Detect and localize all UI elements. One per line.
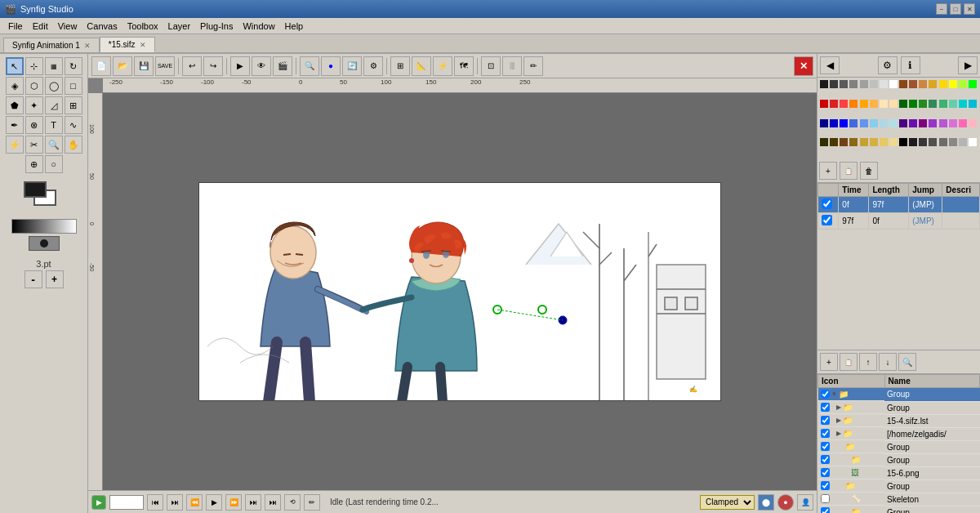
palette-color-2[interactable] — [840, 80, 848, 88]
tool-spline[interactable]: ∿ — [65, 116, 82, 134]
onion-skin-button[interactable]: ⚡ — [433, 56, 452, 76]
keyframe-row-1[interactable]: 97f 0f (JMP) — [818, 213, 980, 230]
tool-star[interactable]: ✦ — [25, 96, 43, 114]
palette-color-38[interactable] — [880, 119, 888, 127]
play-button[interactable]: ▶ — [206, 494, 222, 511]
tab-animation-close[interactable]: ✕ — [84, 42, 91, 50]
duplicate-keyframe-button[interactable]: 📋 — [840, 162, 858, 180]
tool-misc1[interactable]: ⊕ — [25, 155, 43, 173]
close-canvas-button[interactable]: ✕ — [794, 56, 813, 76]
layer-expand-7[interactable] — [831, 482, 844, 489]
delete-layer-button[interactable]: 🔍 — [898, 353, 916, 371]
palette-color-22[interactable] — [880, 100, 888, 108]
palette-color-42[interactable] — [919, 119, 927, 127]
delete-keyframe-button[interactable]: 🗑 — [860, 162, 878, 180]
tool-eyedropper[interactable]: ✂ — [25, 136, 43, 154]
layer-check-9[interactable] — [821, 507, 830, 513]
tool-misc2[interactable]: ○ — [45, 155, 63, 173]
prev-keyframe-button[interactable]: ⏭ — [167, 494, 183, 511]
move-layer-down-button[interactable]: ↓ — [879, 353, 897, 371]
layer-expand-5[interactable] — [831, 456, 849, 463]
palette-color-11[interactable] — [929, 80, 937, 88]
palette-color-33[interactable] — [830, 119, 838, 127]
view-circle-button[interactable]: ● — [321, 56, 341, 76]
palette-color-12[interactable] — [939, 80, 947, 88]
palette-color-29[interactable] — [949, 100, 957, 108]
palette-color-63[interactable] — [969, 138, 977, 146]
blend-mode-select[interactable]: Clamped — [700, 495, 755, 510]
tool-fill[interactable]: ⚡ — [6, 136, 24, 154]
palette-color-44[interactable] — [939, 119, 947, 127]
layer-row-4[interactable]: 📁 Group — [818, 440, 980, 453]
grid-button[interactable]: ⊞ — [390, 56, 410, 76]
palette-color-26[interactable] — [919, 100, 927, 108]
palette-color-8[interactable] — [899, 80, 907, 88]
loop-button[interactable]: ⟲ — [284, 494, 301, 511]
palette-color-41[interactable] — [909, 119, 917, 127]
tool-circle[interactable]: ◯ — [45, 77, 63, 95]
palette-color-48[interactable] — [820, 138, 828, 146]
tab-sifz[interactable]: *15.sifz ✕ — [100, 37, 155, 52]
kf-jump-0[interactable]: (JMP) — [909, 197, 942, 213]
tool-polygon[interactable]: ⬟ — [6, 96, 24, 114]
preview-button[interactable]: 👁 — [252, 56, 271, 76]
unknown-btn1[interactable]: ⊡ — [481, 56, 501, 76]
palette-color-57[interactable] — [909, 138, 917, 146]
palette-color-54[interactable] — [880, 138, 888, 146]
palette-color-24[interactable] — [899, 100, 907, 108]
maximize-button[interactable]: □ — [950, 3, 961, 15]
next-frame-button[interactable]: ⏩ — [225, 494, 242, 511]
layer-row-6[interactable]: 🖼 15-6.png — [818, 466, 980, 480]
tool-feather[interactable]: ⊗ — [25, 116, 43, 134]
layer-check-8[interactable] — [821, 494, 830, 503]
palette-color-4[interactable] — [860, 80, 868, 88]
layer-expand-1[interactable]: ▶ — [831, 404, 842, 411]
record-button[interactable]: ● — [777, 494, 794, 511]
tool-zoom[interactable]: 🔍 — [45, 136, 63, 154]
edit-waypoints-button[interactable]: ✏ — [304, 494, 320, 511]
prev-frame-button[interactable]: ⏪ — [186, 494, 203, 511]
zoom-fit-button[interactable]: 🔍 — [300, 56, 319, 76]
palette-color-61[interactable] — [949, 138, 957, 146]
menu-item-help[interactable]: Help — [280, 20, 309, 33]
layer-expand-2[interactable]: ▶ — [831, 417, 842, 424]
kf-check-0[interactable] — [822, 199, 832, 209]
go-start-button[interactable]: ⏮ — [147, 494, 163, 511]
menu-item-window[interactable]: Window — [238, 20, 279, 33]
palette-color-16[interactable] — [820, 100, 828, 108]
keyframe-row-0[interactable]: 0f 97f (JMP) — [818, 197, 980, 213]
close-button[interactable]: ✕ — [964, 3, 975, 15]
palette-color-36[interactable] — [860, 119, 868, 127]
palette-color-50[interactable] — [840, 138, 848, 146]
next-keyframe-button[interactable]: ⏭ — [245, 494, 261, 511]
render-color-button[interactable]: ⬤ — [758, 494, 774, 511]
layer-row-0[interactable]: ▼ 📁 Group — [818, 388, 980, 402]
palette-color-7[interactable] — [889, 80, 898, 88]
unknown-btn2[interactable]: ░ — [502, 56, 522, 76]
layer-expand-8[interactable] — [831, 495, 849, 502]
palette-color-28[interactable] — [939, 100, 947, 108]
layer-check-3[interactable] — [821, 429, 830, 438]
add-layer-button[interactable]: + — [820, 353, 838, 371]
palette-color-32[interactable] — [820, 119, 828, 127]
palette-color-45[interactable] — [949, 119, 957, 127]
kf-check-1[interactable] — [822, 215, 832, 225]
frame-input[interactable]: 257f — [109, 495, 144, 510]
palette-color-55[interactable] — [889, 138, 898, 146]
undo-button[interactable]: ↩ — [182, 56, 202, 76]
tool-checker[interactable]: ⊞ — [65, 96, 82, 114]
palette-color-18[interactable] — [840, 100, 848, 108]
duplicate-layer-button[interactable]: 📋 — [840, 353, 858, 371]
palette-color-30[interactable] — [959, 100, 967, 108]
move-layer-up-button[interactable]: ↑ — [859, 353, 877, 371]
layer-check-4[interactable] — [821, 442, 830, 451]
new-file-button[interactable]: 📄 — [91, 56, 111, 76]
tool-rectangle[interactable]: □ — [65, 77, 82, 95]
menu-item-edit[interactable]: Edit — [28, 20, 53, 33]
tool-select[interactable]: ↖ — [6, 57, 24, 75]
palette-color-23[interactable] — [889, 100, 898, 108]
palette-color-37[interactable] — [870, 119, 878, 127]
palette-color-35[interactable] — [849, 119, 858, 127]
brush-size-decrease[interactable]: - — [24, 270, 42, 288]
palette-color-1[interactable] — [830, 80, 838, 88]
